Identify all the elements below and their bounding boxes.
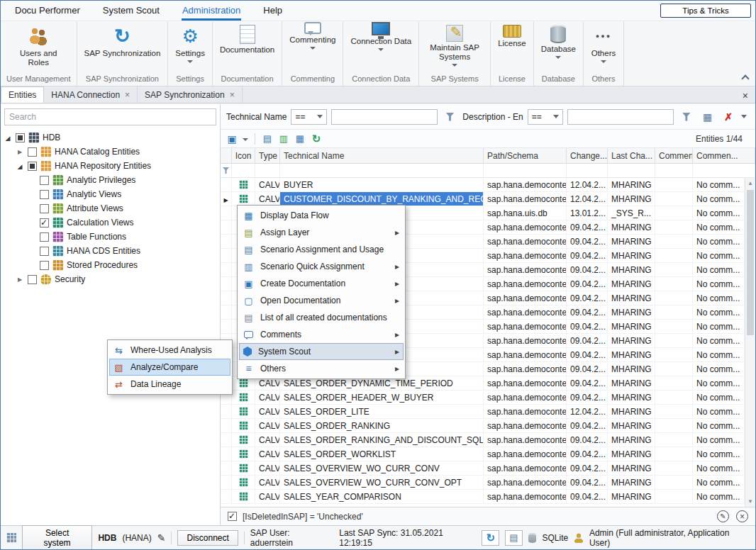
tree-checkbox[interactable] <box>40 204 49 213</box>
tree-checkbox[interactable] <box>28 147 37 157</box>
filter-value1-input[interactable] <box>331 109 438 125</box>
filter-edit-icon[interactable] <box>442 109 459 125</box>
menu-item[interactable]: Help <box>252 1 294 21</box>
tree-item[interactable]: HANA CDS Entities <box>1 244 220 258</box>
column-header-comment2[interactable]: Commen... <box>693 148 755 163</box>
filter-enabled-checkbox[interactable] <box>228 512 237 521</box>
sync-button[interactable] <box>482 530 499 546</box>
table-row[interactable]: CALV SALES_OVERVIEW_WO_CURR_CONV_OPT sap… <box>221 476 745 490</box>
filter-options-dropdown[interactable] <box>741 112 750 121</box>
tree-item[interactable]: HANA Repository Entities <box>1 159 220 173</box>
submenu-item[interactable]: Data Lineage <box>109 376 230 393</box>
tree-checkbox[interactable] <box>40 218 49 228</box>
export-list-icon[interactable] <box>260 132 274 146</box>
search-input[interactable] <box>4 108 216 125</box>
context-menu-item[interactable]: Assign Layer <box>239 224 404 241</box>
grid-filter-row[interactable] <box>221 164 755 178</box>
table-row[interactable]: CALV SALES_ORDER_HEADER_W_BUYER sap.hana… <box>221 391 745 405</box>
tree-item[interactable]: Analytic Views <box>1 187 220 201</box>
table-row[interactable]: CALV CUSTOMER_DISCOUNT_BY_RANKING_AND_RE… <box>221 192 745 206</box>
tree-item[interactable]: Attribute Views <box>1 201 220 215</box>
submenu-item[interactable]: Where-Used Analysis <box>109 342 230 359</box>
tree-item[interactable]: Calculation Views <box>1 215 220 230</box>
ribbon-button[interactable]: Connection Data <box>345 21 417 74</box>
tips-tricks-button[interactable]: Tips & Tricks <box>660 4 751 18</box>
connection-edit-icon[interactable] <box>157 532 166 544</box>
tree-checkbox[interactable] <box>40 176 49 185</box>
export-grid-icon[interactable] <box>293 132 307 146</box>
menu-item[interactable]: System Scout <box>91 1 171 21</box>
cell-technical-name[interactable]: SALES_ORDER_RANKING <box>280 419 484 432</box>
systems-grid-icon[interactable] <box>6 533 16 543</box>
tree-checkbox[interactable] <box>28 275 37 284</box>
cell-technical-name[interactable]: SALES_OVERVIEW_WO_CURR_CONV <box>280 461 484 475</box>
filter-operator1-select[interactable]: == <box>291 109 326 125</box>
tree-item[interactable]: Security <box>1 272 220 286</box>
tree-checkbox[interactable] <box>16 133 25 142</box>
tabbar-close-icon[interactable]: × <box>735 89 755 103</box>
ribbon-button[interactable]: Commenting <box>284 21 341 74</box>
menu-item[interactable]: Docu Performer <box>4 1 91 21</box>
remove-filter-icon[interactable] <box>736 510 748 522</box>
column-header-last-changed[interactable]: Last Cha... <box>608 148 655 163</box>
tree-item[interactable]: HANA Catalog Entities <box>1 145 220 159</box>
context-menu-item[interactable]: Others <box>239 360 404 377</box>
context-menu-item[interactable]: Create Documentation <box>239 275 404 292</box>
filter-apply-icon[interactable] <box>678 109 695 125</box>
tree-item[interactable]: Stored Procedures <box>1 258 220 272</box>
context-menu-item[interactable]: Scenario Quick Assignment <box>239 258 404 275</box>
ribbon-button[interactable]: Documentation <box>214 21 280 74</box>
menu-item[interactable]: Administration <box>171 1 252 21</box>
scrollbar-thumb[interactable] <box>747 190 754 335</box>
table-row[interactable]: CALV BUYER sap.hana.democonte... 12.04.2… <box>221 178 745 192</box>
column-header-technical-name[interactable]: Technical Name <box>280 148 484 163</box>
chevron-down-icon[interactable] <box>243 138 248 144</box>
context-menu-item[interactable]: System Scout <box>239 343 404 360</box>
context-menu-item[interactable]: Display Data Flow <box>239 207 404 224</box>
ribbon-button[interactable]: License <box>492 21 532 74</box>
cell-technical-name[interactable]: SALES_ORDER_WORKLIST <box>280 447 484 461</box>
tree-item[interactable]: Analytic Privileges <box>1 173 220 187</box>
submenu-item[interactable]: Analyze/Compare <box>109 359 230 376</box>
tab-close-icon[interactable]: × <box>125 90 130 100</box>
export-excel-icon[interactable] <box>277 132 291 146</box>
edit-filter-icon[interactable] <box>717 510 729 522</box>
table-row[interactable]: CALV SALES_ORDER_LITE sap.hana.democonte… <box>221 405 745 419</box>
cell-technical-name[interactable]: CUSTOMER_DISCOUNT_BY_RANKING_AND_REGION <box>280 192 484 206</box>
refresh-icon[interactable] <box>309 132 323 146</box>
ribbon-button[interactable]: SAP Synchronization <box>79 21 167 74</box>
filter-panel-icon[interactable] <box>699 109 716 125</box>
cell-technical-name[interactable]: BUYER <box>280 178 484 191</box>
cell-technical-name[interactable]: SALES_ORDER_HEADER_W_BUYER <box>280 391 484 404</box>
ribbon-button[interactable]: Others <box>585 21 622 74</box>
table-row[interactable]: CALV SALES_YEAR_COMPARISON sap.hana.demo… <box>221 490 745 504</box>
ribbon-button[interactable]: Maintain SAP Systems <box>421 21 489 74</box>
scroll-up-icon[interactable]: ▲ <box>745 178 755 189</box>
column-header-change[interactable]: Change... <box>567 148 608 163</box>
tree-expander-icon[interactable] <box>16 159 24 174</box>
tree-item[interactable]: Table Functions <box>1 230 220 244</box>
column-header-type[interactable]: Type <box>255 148 280 163</box>
tab-close-icon[interactable]: × <box>230 90 235 100</box>
column-header-path-schema[interactable]: Path/Schema <box>484 148 567 163</box>
filter-operator2-select[interactable]: == <box>528 109 563 125</box>
tree-checkbox[interactable] <box>40 232 49 242</box>
tree-checkbox[interactable] <box>40 247 49 256</box>
tab[interactable]: SAP Synchronization × <box>138 86 243 103</box>
tree-checkbox[interactable] <box>40 190 49 199</box>
tree-checkbox[interactable] <box>40 261 49 270</box>
cell-technical-name[interactable]: SALES_ORDER_RANKING_AND_DISCOUNT_SQL <box>280 433 484 447</box>
ribbon-button[interactable]: Database <box>535 21 582 74</box>
ribbon-collapse-icon[interactable] <box>741 74 749 82</box>
ribbon-button[interactable]: Users and Roles <box>2 21 75 74</box>
tree-expander-icon[interactable] <box>4 130 12 145</box>
scroll-down-icon[interactable]: ▼ <box>745 496 755 507</box>
tree-expander-icon[interactable] <box>16 144 24 159</box>
vertical-scrollbar[interactable]: ▲ ▼ <box>745 178 755 507</box>
column-header-icon[interactable]: Icon <box>232 148 255 163</box>
disconnect-button[interactable]: Disconnect <box>177 530 238 546</box>
table-row[interactable]: CALV SALES_ORDER_RANKING_AND_DISCOUNT_SQ… <box>221 433 745 447</box>
filter-value2-input[interactable] <box>567 109 674 125</box>
context-menu-item[interactable]: Comments <box>239 326 404 343</box>
context-menu-item[interactable]: List of all created documentations <box>239 309 404 326</box>
